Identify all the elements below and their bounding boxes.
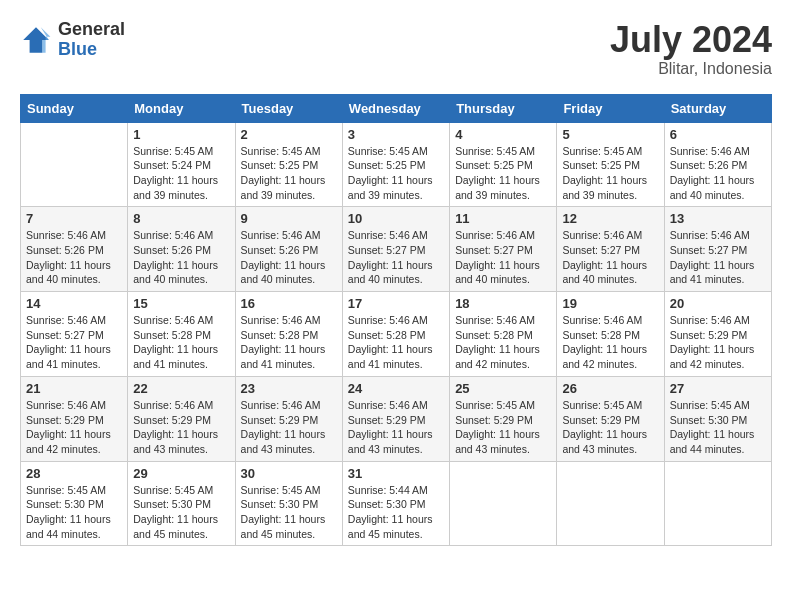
calendar-week-row: 28Sunrise: 5:45 AMSunset: 5:30 PMDayligh… <box>21 461 772 546</box>
cell-info: Sunrise: 5:46 AMSunset: 5:29 PMDaylight:… <box>348 398 444 457</box>
calendar-cell: 4Sunrise: 5:45 AMSunset: 5:25 PMDaylight… <box>450 122 557 207</box>
cell-info: Sunrise: 5:46 AMSunset: 5:29 PMDaylight:… <box>241 398 337 457</box>
day-number: 8 <box>133 211 229 226</box>
day-number: 12 <box>562 211 658 226</box>
cell-info: Sunrise: 5:46 AMSunset: 5:27 PMDaylight:… <box>455 228 551 287</box>
calendar-cell: 16Sunrise: 5:46 AMSunset: 5:28 PMDayligh… <box>235 292 342 377</box>
column-header-friday: Friday <box>557 94 664 122</box>
cell-info: Sunrise: 5:46 AMSunset: 5:27 PMDaylight:… <box>26 313 122 372</box>
calendar-cell: 14Sunrise: 5:46 AMSunset: 5:27 PMDayligh… <box>21 292 128 377</box>
cell-info: Sunrise: 5:46 AMSunset: 5:28 PMDaylight:… <box>348 313 444 372</box>
calendar-week-row: 21Sunrise: 5:46 AMSunset: 5:29 PMDayligh… <box>21 376 772 461</box>
cell-info: Sunrise: 5:45 AMSunset: 5:25 PMDaylight:… <box>455 144 551 203</box>
calendar-cell: 20Sunrise: 5:46 AMSunset: 5:29 PMDayligh… <box>664 292 771 377</box>
calendar-cell: 23Sunrise: 5:46 AMSunset: 5:29 PMDayligh… <box>235 376 342 461</box>
cell-info: Sunrise: 5:45 AMSunset: 5:30 PMDaylight:… <box>133 483 229 542</box>
day-number: 10 <box>348 211 444 226</box>
day-number: 31 <box>348 466 444 481</box>
day-number: 23 <box>241 381 337 396</box>
cell-info: Sunrise: 5:46 AMSunset: 5:28 PMDaylight:… <box>455 313 551 372</box>
column-header-wednesday: Wednesday <box>342 94 449 122</box>
cell-info: Sunrise: 5:46 AMSunset: 5:26 PMDaylight:… <box>241 228 337 287</box>
calendar-cell: 7Sunrise: 5:46 AMSunset: 5:26 PMDaylight… <box>21 207 128 292</box>
cell-info: Sunrise: 5:45 AMSunset: 5:25 PMDaylight:… <box>241 144 337 203</box>
calendar-cell: 6Sunrise: 5:46 AMSunset: 5:26 PMDaylight… <box>664 122 771 207</box>
cell-info: Sunrise: 5:46 AMSunset: 5:26 PMDaylight:… <box>670 144 766 203</box>
cell-info: Sunrise: 5:45 AMSunset: 5:29 PMDaylight:… <box>562 398 658 457</box>
calendar-cell: 17Sunrise: 5:46 AMSunset: 5:28 PMDayligh… <box>342 292 449 377</box>
day-number: 3 <box>348 127 444 142</box>
day-number: 15 <box>133 296 229 311</box>
day-number: 27 <box>670 381 766 396</box>
page-header: General Blue July 2024 Blitar, Indonesia <box>20 20 772 78</box>
calendar-week-row: 1Sunrise: 5:45 AMSunset: 5:24 PMDaylight… <box>21 122 772 207</box>
calendar-cell: 30Sunrise: 5:45 AMSunset: 5:30 PMDayligh… <box>235 461 342 546</box>
cell-info: Sunrise: 5:45 AMSunset: 5:30 PMDaylight:… <box>670 398 766 457</box>
column-header-monday: Monday <box>128 94 235 122</box>
calendar-cell: 10Sunrise: 5:46 AMSunset: 5:27 PMDayligh… <box>342 207 449 292</box>
day-number: 26 <box>562 381 658 396</box>
calendar-week-row: 14Sunrise: 5:46 AMSunset: 5:27 PMDayligh… <box>21 292 772 377</box>
column-header-sunday: Sunday <box>21 94 128 122</box>
day-number: 6 <box>670 127 766 142</box>
cell-info: Sunrise: 5:46 AMSunset: 5:27 PMDaylight:… <box>670 228 766 287</box>
calendar-week-row: 7Sunrise: 5:46 AMSunset: 5:26 PMDaylight… <box>21 207 772 292</box>
cell-info: Sunrise: 5:45 AMSunset: 5:25 PMDaylight:… <box>348 144 444 203</box>
calendar-cell <box>664 461 771 546</box>
day-number: 29 <box>133 466 229 481</box>
day-number: 21 <box>26 381 122 396</box>
calendar-cell: 31Sunrise: 5:44 AMSunset: 5:30 PMDayligh… <box>342 461 449 546</box>
calendar-cell: 28Sunrise: 5:45 AMSunset: 5:30 PMDayligh… <box>21 461 128 546</box>
cell-info: Sunrise: 5:46 AMSunset: 5:26 PMDaylight:… <box>133 228 229 287</box>
day-number: 11 <box>455 211 551 226</box>
day-number: 19 <box>562 296 658 311</box>
calendar-cell: 12Sunrise: 5:46 AMSunset: 5:27 PMDayligh… <box>557 207 664 292</box>
calendar-cell: 11Sunrise: 5:46 AMSunset: 5:27 PMDayligh… <box>450 207 557 292</box>
day-number: 16 <box>241 296 337 311</box>
day-number: 13 <box>670 211 766 226</box>
logo-text: General Blue <box>58 20 125 60</box>
calendar-cell: 24Sunrise: 5:46 AMSunset: 5:29 PMDayligh… <box>342 376 449 461</box>
cell-info: Sunrise: 5:46 AMSunset: 5:29 PMDaylight:… <box>133 398 229 457</box>
title-block: July 2024 Blitar, Indonesia <box>610 20 772 78</box>
calendar-cell: 2Sunrise: 5:45 AMSunset: 5:25 PMDaylight… <box>235 122 342 207</box>
calendar-cell: 18Sunrise: 5:46 AMSunset: 5:28 PMDayligh… <box>450 292 557 377</box>
day-number: 14 <box>26 296 122 311</box>
cell-info: Sunrise: 5:45 AMSunset: 5:30 PMDaylight:… <box>241 483 337 542</box>
cell-info: Sunrise: 5:45 AMSunset: 5:24 PMDaylight:… <box>133 144 229 203</box>
day-number: 22 <box>133 381 229 396</box>
calendar-cell: 19Sunrise: 5:46 AMSunset: 5:28 PMDayligh… <box>557 292 664 377</box>
calendar-header-row: SundayMondayTuesdayWednesdayThursdayFrid… <box>21 94 772 122</box>
calendar-cell: 8Sunrise: 5:46 AMSunset: 5:26 PMDaylight… <box>128 207 235 292</box>
day-number: 5 <box>562 127 658 142</box>
cell-info: Sunrise: 5:46 AMSunset: 5:28 PMDaylight:… <box>241 313 337 372</box>
column-header-saturday: Saturday <box>664 94 771 122</box>
calendar-cell <box>557 461 664 546</box>
calendar-cell: 3Sunrise: 5:45 AMSunset: 5:25 PMDaylight… <box>342 122 449 207</box>
day-number: 1 <box>133 127 229 142</box>
cell-info: Sunrise: 5:46 AMSunset: 5:26 PMDaylight:… <box>26 228 122 287</box>
cell-info: Sunrise: 5:45 AMSunset: 5:29 PMDaylight:… <box>455 398 551 457</box>
logo: General Blue <box>20 20 125 60</box>
calendar-location: Blitar, Indonesia <box>610 60 772 78</box>
day-number: 17 <box>348 296 444 311</box>
cell-info: Sunrise: 5:46 AMSunset: 5:27 PMDaylight:… <box>562 228 658 287</box>
day-number: 20 <box>670 296 766 311</box>
calendar-cell: 1Sunrise: 5:45 AMSunset: 5:24 PMDaylight… <box>128 122 235 207</box>
logo-general-text: General <box>58 20 125 40</box>
logo-icon <box>20 24 52 56</box>
calendar-cell <box>450 461 557 546</box>
calendar-cell: 29Sunrise: 5:45 AMSunset: 5:30 PMDayligh… <box>128 461 235 546</box>
cell-info: Sunrise: 5:46 AMSunset: 5:29 PMDaylight:… <box>670 313 766 372</box>
cell-info: Sunrise: 5:44 AMSunset: 5:30 PMDaylight:… <box>348 483 444 542</box>
cell-info: Sunrise: 5:45 AMSunset: 5:25 PMDaylight:… <box>562 144 658 203</box>
day-number: 30 <box>241 466 337 481</box>
day-number: 9 <box>241 211 337 226</box>
calendar-cell: 25Sunrise: 5:45 AMSunset: 5:29 PMDayligh… <box>450 376 557 461</box>
logo-blue-text: Blue <box>58 40 125 60</box>
day-number: 4 <box>455 127 551 142</box>
column-header-thursday: Thursday <box>450 94 557 122</box>
day-number: 28 <box>26 466 122 481</box>
cell-info: Sunrise: 5:46 AMSunset: 5:29 PMDaylight:… <box>26 398 122 457</box>
day-number: 25 <box>455 381 551 396</box>
